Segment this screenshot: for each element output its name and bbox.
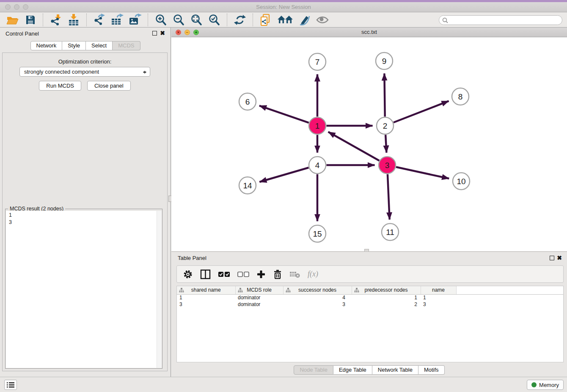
- graph-node-15[interactable]: 15: [309, 225, 326, 242]
- graph-node-3[interactable]: 3: [379, 157, 396, 174]
- float-panel-button[interactable]: [152, 31, 157, 36]
- add-icon[interactable]: [256, 268, 266, 280]
- column-type-icon: [238, 288, 243, 294]
- clone-network-icon[interactable]: [259, 14, 272, 26]
- optimization-criterion-label: Optimization criterion:: [3, 58, 167, 65]
- trash-icon[interactable]: [273, 268, 282, 280]
- tab-mcds[interactable]: MCDS: [113, 41, 140, 50]
- tab-style[interactable]: Style: [62, 41, 86, 50]
- toolbar-separator: [86, 14, 87, 26]
- table-row[interactable]: 3dominator323: [177, 301, 563, 308]
- graph-edge-3-1[interactable]: [328, 132, 380, 160]
- export-network-icon[interactable]: [93, 14, 106, 26]
- graph-edge-3-11[interactable]: [388, 174, 390, 219]
- graph-edge-3-10[interactable]: [396, 167, 449, 179]
- graph-node-1[interactable]: 1: [309, 117, 326, 134]
- svg-text:2: 2: [383, 121, 388, 130]
- control-panel-tabs: Network Style Select MCDS: [30, 41, 140, 50]
- hide-style-icon[interactable]: [298, 14, 311, 26]
- columns-icon[interactable]: [200, 268, 211, 280]
- close-panel-icon[interactable]: ✖: [160, 30, 165, 36]
- fx-label: f(x): [308, 270, 318, 279]
- eye-icon[interactable]: [316, 14, 329, 26]
- select-stepper-icon: [143, 69, 147, 75]
- graph-node-11[interactable]: 11: [382, 224, 399, 240]
- export-table-icon[interactable]: [110, 14, 124, 26]
- refresh-icon[interactable]: [233, 14, 247, 26]
- close-table-panel-icon[interactable]: ✖: [557, 254, 562, 261]
- mcds-result-list[interactable]: 13: [6, 211, 162, 368]
- export-image-icon[interactable]: [128, 14, 142, 26]
- graph-node-9[interactable]: 9: [376, 52, 393, 69]
- settings-gear-icon[interactable]: [183, 268, 193, 280]
- svg-text:4: 4: [315, 161, 320, 170]
- import-network-icon[interactable]: [49, 14, 63, 26]
- tab-select[interactable]: Select: [86, 41, 113, 50]
- tab-edge-table[interactable]: Edge Table: [333, 365, 372, 375]
- svg-text:1: 1: [315, 121, 320, 130]
- graph-node-2[interactable]: 2: [377, 117, 394, 134]
- graph-edge-2-3[interactable]: [385, 135, 386, 152]
- table-panel-title: Table Panel: [178, 255, 206, 261]
- control-panel-title: Control Panel: [6, 30, 39, 37]
- column-header-mcds-role[interactable]: MCDS role: [235, 286, 283, 294]
- tab-node-table[interactable]: Node Table: [294, 365, 333, 375]
- memory-button[interactable]: Memory: [527, 380, 564, 390]
- network-view-window: × − + scc.txt 7968124314101511: [171, 28, 567, 251]
- graph-edge-2-8[interactable]: [394, 101, 449, 123]
- network-window-titlebar: × − + scc.txt: [171, 28, 567, 37]
- deselect-all-icon[interactable]: [237, 268, 249, 280]
- svg-text:11: 11: [386, 228, 394, 237]
- column-header-successor-nodes[interactable]: successor nodes: [283, 286, 352, 294]
- tab-network[interactable]: Network: [30, 41, 62, 50]
- column-header-shared-name[interactable]: shared name: [177, 286, 235, 294]
- home-icon[interactable]: [277, 14, 294, 26]
- task-history-button[interactable]: [4, 380, 17, 390]
- search-input[interactable]: [450, 17, 562, 24]
- control-panel: Control Panel ✖ Network Style Select MCD…: [0, 28, 171, 377]
- graph-node-6[interactable]: 6: [239, 93, 256, 110]
- zoom-fit-icon[interactable]: [190, 14, 203, 26]
- graph-edge-1-6[interactable]: [259, 106, 309, 123]
- column-type-icon: [286, 288, 291, 294]
- network-canvas[interactable]: 7968124314101511: [171, 37, 567, 251]
- column-header-name[interactable]: name: [421, 286, 456, 294]
- open-icon[interactable]: [6, 14, 19, 26]
- save-icon[interactable]: [23, 14, 37, 26]
- delete-table-icon[interactable]: [289, 268, 300, 280]
- memory-label: Memory: [539, 382, 559, 388]
- table-row[interactable]: 1dominator411: [177, 294, 563, 301]
- import-table-icon[interactable]: [67, 14, 80, 26]
- tab-motifs[interactable]: Motifs: [418, 365, 445, 375]
- table-tabs: Node Table Edge Table Network Table Moti…: [171, 365, 567, 375]
- column-header-predecessor-nodes[interactable]: predecessor nodes: [352, 286, 421, 294]
- graph-node-14[interactable]: 14: [239, 177, 256, 194]
- list-icon: [7, 382, 14, 388]
- mcds-result-scrollbar[interactable]: [157, 211, 162, 368]
- mcds-result-box: MCDS result (2 nodes) 13: [5, 209, 162, 369]
- network-graph[interactable]: 7968124314101511: [171, 37, 567, 251]
- status-bar: Memory: [0, 377, 567, 392]
- toolbar-separator: [253, 14, 253, 26]
- graph-node-4[interactable]: 4: [309, 157, 326, 174]
- run-mcds-button[interactable]: Run MCDS: [39, 81, 81, 91]
- network-title: scc.txt: [171, 29, 567, 35]
- graph-edge-4-14[interactable]: [259, 168, 308, 182]
- zoom-out-icon[interactable]: [172, 14, 185, 26]
- zoom-selected-icon[interactable]: [207, 14, 221, 26]
- graph-edge-2-9[interactable]: [384, 73, 385, 116]
- function-icon[interactable]: f(x): [308, 268, 318, 280]
- svg-text:7: 7: [315, 58, 320, 66]
- zoom-in-icon[interactable]: [154, 14, 168, 26]
- float-table-panel-button[interactable]: [550, 256, 554, 260]
- select-all-icon[interactable]: [218, 268, 230, 280]
- tab-network-table[interactable]: Network Table: [372, 365, 418, 375]
- mcds-result-item: 1: [9, 212, 162, 219]
- criterion-select[interactable]: strongly connected component: [19, 67, 150, 77]
- graph-node-10[interactable]: 10: [453, 173, 470, 190]
- app-title: Session: New Session: [0, 4, 567, 10]
- graph-node-7[interactable]: 7: [309, 53, 326, 70]
- graph-node-8[interactable]: 8: [452, 88, 469, 105]
- toolbar-separator: [148, 14, 148, 26]
- close-panel-button[interactable]: Close panel: [87, 81, 131, 91]
